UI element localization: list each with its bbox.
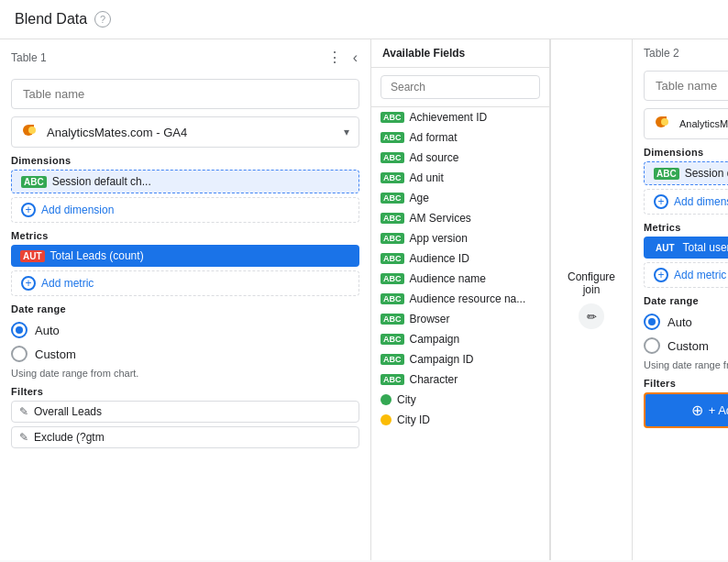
table1-date-hint: Using date range from chart. — [11, 368, 359, 379]
plus-circle-icon3: + — [654, 194, 668, 209]
table2-add-filter-button[interactable]: ⊕ + Add a filter — [644, 392, 728, 428]
right-section: Table 2 AnalyticsMates.com - GA4 Dimensi… — [633, 39, 728, 560]
list-item[interactable]: ABCAudience resource na... — [371, 289, 549, 309]
table2-add-metric-button[interactable]: + Add metric — [644, 262, 728, 288]
abc-tag-icon: ABC — [381, 213, 404, 224]
table2-total-users-chip[interactable]: AUT Total users — [644, 237, 728, 259]
field-name-text: Ad format — [410, 131, 458, 144]
table2-dimensions-section: Dimensions ABC Session default ch... + A… — [644, 147, 728, 215]
table2-custom-radio[interactable] — [644, 337, 660, 354]
table1-add-metric-button[interactable]: + Add metric — [11, 270, 359, 296]
af1-header: Available Fields — [371, 39, 549, 68]
abc-tag-icon: ABC — [381, 193, 404, 204]
field-name-text: Browser — [410, 313, 450, 325]
abc-tag-icon: ABC — [381, 112, 404, 123]
table1-metrics-label: Metrics — [11, 230, 359, 241]
table2-total-users-text: Total users — [683, 241, 728, 254]
table1-data-source[interactable]: AnalyticsMates.com - GA4 ▾ — [11, 116, 359, 148]
list-item[interactable]: ABCAudience ID — [371, 248, 549, 269]
add-filter-label: + Add a filter — [709, 403, 728, 417]
list-item[interactable]: ABCCharacter — [371, 369, 549, 390]
table1-label: Table 1 — [11, 51, 47, 64]
list-item[interactable]: City — [371, 390, 549, 410]
table1-filter1-chip[interactable]: ✎ Overall Leads — [11, 401, 359, 423]
abc-tag-icon: ABC — [381, 152, 404, 163]
table2-filters-section: Filters ⊕ + Add a filter — [644, 378, 728, 428]
abc-tag-icon: ABC — [381, 233, 404, 244]
abc-tag-icon: ABC — [381, 314, 404, 325]
abc-tag-icon: ABC — [381, 172, 404, 183]
table1-custom-label: Custom — [35, 347, 76, 361]
table1-custom-radio[interactable] — [11, 346, 28, 362]
aut-tag2: AUT — [653, 242, 678, 254]
table1-add-metric-label: Add metric — [41, 277, 94, 290]
aut-tag: AUT — [20, 250, 45, 262]
page-title: Blend Data — [15, 11, 87, 28]
table2-name-input[interactable] — [644, 71, 728, 101]
abc-tag2: ABC — [654, 168, 679, 180]
list-item[interactable]: ABCAM Services — [371, 208, 549, 228]
table1-collapse-button[interactable]: ‹ — [351, 47, 359, 68]
edit-icon2: ✎ — [19, 431, 28, 444]
plus-circle-icon4: + — [654, 268, 668, 282]
header: Blend Data ? — [0, 0, 728, 39]
table2-auto-radio[interactable] — [644, 314, 660, 330]
table1-auto-label: Auto — [35, 324, 60, 337]
orange-circle-icon — [381, 414, 392, 425]
abc-tag-icon: ABC — [381, 374, 404, 385]
table1-add-dimension-button[interactable]: + Add dimension — [11, 197, 359, 223]
af1-search-input[interactable] — [381, 75, 540, 99]
table2-custom-label: Custom — [667, 339, 709, 353]
table2-label: Table 2 — [644, 47, 679, 60]
field-name-text: Character — [410, 373, 458, 386]
field-name-text: City — [397, 393, 416, 406]
list-item[interactable]: ABCAchievement ID — [371, 107, 549, 127]
list-item[interactable]: ABCApp version — [371, 228, 549, 248]
table2-auto-label: Auto — [667, 315, 692, 329]
table2-add-dimension-label: Add dimension — [674, 195, 728, 208]
list-item[interactable]: ABCAge — [371, 188, 549, 208]
ga4-icon2 — [654, 115, 672, 133]
table2-add-dimension-button[interactable]: + Add dimension — [644, 189, 728, 215]
table1-total-leads-text: Total Leads (count) — [50, 249, 144, 262]
table2-data-source[interactable]: AnalyticsMates.com - GA4 — [644, 108, 728, 139]
help-icon[interactable]: ? — [94, 11, 111, 28]
field-name-text: Campaign — [410, 333, 460, 346]
table1-filter2-text: Exclude (?gtm — [34, 431, 105, 444]
table1-name-input[interactable] — [11, 79, 359, 109]
field-name-text: City ID — [397, 413, 430, 426]
field-name-text: Age — [410, 192, 429, 204]
table2-metrics-section: Metrics AUT Total users + Add metric — [644, 222, 728, 288]
list-item[interactable]: ABCCampaign — [371, 329, 549, 349]
table2-session-text: Session default ch... — [685, 167, 728, 180]
green-circle-icon — [381, 394, 392, 405]
table2-date-hint: Using date range from chart. — [644, 359, 728, 370]
plus-icon: ⊕ — [691, 402, 703, 419]
field-name-text: App version — [410, 232, 468, 245]
table2-add-metric-label: Add metric — [674, 269, 726, 281]
list-item[interactable]: ABCCampaign ID — [371, 349, 549, 369]
list-item[interactable]: ABCAd unit — [371, 168, 549, 188]
list-item[interactable]: City ID — [371, 410, 549, 430]
abc-tag-icon: ABC — [381, 334, 404, 345]
abc-tag-icon: ABC — [381, 293, 404, 304]
list-item[interactable]: ABCAudience name — [371, 269, 549, 289]
edit-icon1: ✎ — [19, 405, 28, 418]
table1-session-chip[interactable]: ABC Session default ch... — [11, 170, 359, 193]
ga4-icon — [21, 123, 39, 141]
field-name-text: Campaign ID — [410, 353, 474, 366]
list-item[interactable]: ABCBrowser — [371, 309, 549, 329]
table1-auto-radio[interactable] — [11, 322, 28, 338]
table1-total-leads-chip[interactable]: AUT Total Leads (count) — [11, 245, 359, 267]
table1-ds-name: AnalyticsMates.com - GA4 — [47, 126, 336, 139]
configure-join-edit-button[interactable]: ✏ — [579, 303, 604, 329]
table1-session-chip-text: Session default ch... — [52, 175, 151, 188]
table2-session-chip[interactable]: ABC Session default ch... — [644, 161, 728, 185]
list-item[interactable]: ABCAd format — [371, 127, 549, 148]
list-item[interactable]: ABCAd source — [371, 148, 549, 168]
table1-filter2-chip[interactable]: ✎ Exclude (?gtm — [11, 426, 359, 448]
abc-tag: ABC — [21, 176, 47, 188]
table2-filters-label: Filters — [644, 378, 728, 389]
table1-menu-button[interactable]: ⋮ — [325, 47, 344, 68]
field-name-text: Ad source — [410, 151, 459, 164]
